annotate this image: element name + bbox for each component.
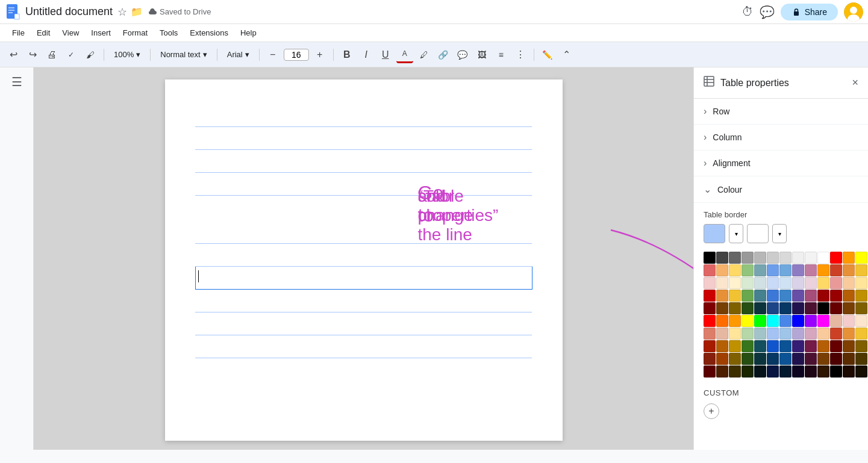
border-width-dropdown[interactable]: ▾: [772, 224, 787, 243]
color-cell[interactable]: [779, 353, 792, 365]
color-cell[interactable]: [729, 315, 741, 327]
color-cell[interactable]: [767, 290, 779, 302]
color-cell[interactable]: [716, 315, 728, 327]
bold-button[interactable]: B: [339, 46, 355, 63]
color-cell[interactable]: [805, 290, 817, 302]
color-cell[interactable]: [805, 328, 817, 340]
color-cell[interactable]: [843, 340, 855, 352]
color-cell[interactable]: [716, 365, 728, 378]
color-cell[interactable]: [767, 252, 779, 264]
link-button[interactable]: 🔗: [435, 46, 452, 63]
color-cell[interactable]: [754, 277, 766, 289]
menu-extensions[interactable]: Extensions: [185, 27, 233, 39]
color-cell[interactable]: [742, 328, 754, 340]
color-cell[interactable]: [742, 353, 754, 365]
color-cell[interactable]: [855, 365, 867, 378]
color-cell[interactable]: [779, 302, 792, 314]
color-cell[interactable]: [704, 328, 716, 340]
color-cell[interactable]: [855, 315, 867, 327]
color-cell[interactable]: [805, 340, 817, 352]
color-cell[interactable]: [817, 264, 829, 276]
color-cell[interactable]: [792, 277, 804, 289]
color-cell[interactable]: [704, 340, 716, 352]
color-cell[interactable]: [805, 315, 817, 327]
color-cell[interactable]: [716, 328, 728, 340]
color-cell[interactable]: [843, 353, 855, 365]
comment-button[interactable]: 💬: [454, 46, 471, 63]
color-cell[interactable]: [754, 264, 766, 276]
redo-button[interactable]: ↪: [24, 46, 41, 63]
color-cell[interactable]: [817, 328, 829, 340]
color-cell[interactable]: [754, 302, 766, 314]
color-cell[interactable]: [767, 264, 779, 276]
color-cell[interactable]: [754, 328, 766, 340]
color-cell[interactable]: [767, 365, 779, 378]
color-cell[interactable]: [729, 302, 741, 314]
color-cell[interactable]: [843, 290, 855, 302]
zoom-dropdown[interactable]: 100% ▾: [109, 49, 145, 60]
color-cell[interactable]: [729, 365, 741, 378]
color-cell[interactable]: [716, 340, 728, 352]
color-cell[interactable]: [830, 328, 842, 340]
menu-format[interactable]: Format: [118, 27, 152, 39]
color-cell[interactable]: [855, 302, 867, 314]
color-cell[interactable]: [843, 277, 855, 289]
color-cell[interactable]: [805, 365, 817, 378]
color-cell[interactable]: [729, 340, 741, 352]
color-cell[interactable]: [716, 290, 728, 302]
color-cell[interactable]: [843, 252, 855, 264]
color-cell[interactable]: [830, 315, 842, 327]
align-button[interactable]: ≡: [493, 46, 510, 63]
table-cell[interactable]: [195, 149, 532, 172]
star-icon[interactable]: ☆: [117, 5, 127, 19]
color-cell[interactable]: [817, 252, 829, 264]
color-cell[interactable]: [830, 252, 842, 264]
menu-help[interactable]: Help: [236, 27, 261, 39]
menu-tools[interactable]: Tools: [155, 27, 183, 39]
comments-icon[interactable]: 💬: [760, 5, 775, 19]
color-cell[interactable]: [830, 340, 842, 352]
color-cell[interactable]: [792, 315, 804, 327]
color-cell[interactable]: [754, 290, 766, 302]
color-cell[interactable]: [729, 264, 741, 276]
table-cell[interactable]: [195, 195, 532, 243]
color-cell[interactable]: [704, 252, 716, 264]
style-dropdown[interactable]: Normal text ▾: [155, 49, 211, 60]
color-cell[interactable]: [767, 302, 779, 314]
menu-edit[interactable]: Edit: [32, 27, 55, 39]
highlight-button[interactable]: 🖊: [416, 46, 432, 63]
color-cell[interactable]: [817, 353, 829, 365]
color-cell[interactable]: [792, 264, 804, 276]
menu-view[interactable]: View: [57, 27, 84, 39]
table-cell[interactable]: [195, 104, 532, 126]
color-cell[interactable]: [817, 290, 829, 302]
text-color-button[interactable]: A: [396, 46, 413, 63]
table-cell[interactable]: [195, 312, 532, 335]
underline-button[interactable]: U: [377, 46, 394, 63]
table-cell[interactable]: [195, 243, 532, 266]
color-cell[interactable]: [843, 302, 855, 314]
color-cell[interactable]: [792, 340, 804, 352]
add-custom-button[interactable]: +: [704, 403, 719, 419]
color-cell[interactable]: [805, 302, 817, 314]
color-cell[interactable]: [754, 365, 766, 378]
color-cell[interactable]: [704, 315, 716, 327]
color-cell[interactable]: [779, 290, 792, 302]
color-cell[interactable]: [817, 340, 829, 352]
color-cell[interactable]: [716, 353, 728, 365]
italic-button[interactable]: I: [358, 46, 375, 63]
color-cell[interactable]: [779, 315, 792, 327]
table-cell-active[interactable]: [195, 266, 532, 289]
color-cell[interactable]: [767, 353, 779, 365]
color-cell[interactable]: [704, 277, 716, 289]
color-cell[interactable]: [855, 290, 867, 302]
color-cell[interactable]: [855, 252, 867, 264]
color-cell[interactable]: [855, 277, 867, 289]
color-cell[interactable]: [704, 353, 716, 365]
border-width-button[interactable]: [747, 224, 769, 243]
table-cell[interactable]: [195, 335, 532, 358]
font-decrease-button[interactable]: −: [264, 46, 281, 63]
color-cell[interactable]: [742, 365, 754, 378]
color-cell[interactable]: [805, 252, 817, 264]
color-cell[interactable]: [855, 340, 867, 352]
